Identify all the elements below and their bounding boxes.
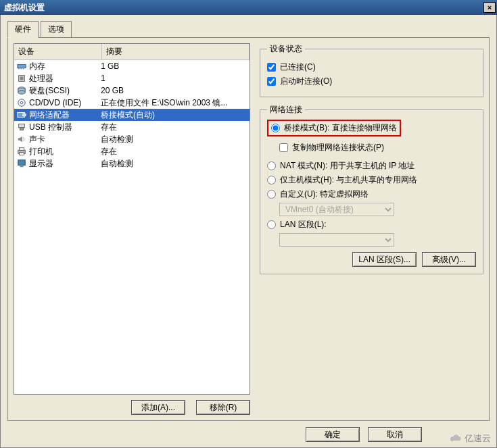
tab-hardware[interactable]: 硬件: [7, 21, 39, 38]
lanseg-radio[interactable]: LAN 区段(L):: [267, 219, 476, 230]
nat-input[interactable]: [267, 161, 276, 170]
cloud-icon: [450, 432, 462, 445]
device-status-legend: 设备状态: [267, 43, 305, 55]
bridged-input[interactable]: [271, 124, 280, 132]
titlebar: 虚拟机设置 ×: [0, 0, 497, 15]
hostonly-input[interactable]: [267, 176, 276, 184]
svg-rect-14: [20, 128, 23, 130]
close-button[interactable]: ×: [483, 2, 496, 13]
device-name: 处理器: [29, 73, 53, 84]
bridged-radio[interactable]: 桥接模式(B): 直接连接物理网络: [271, 122, 397, 134]
device-list-header: 设备 摘要: [14, 44, 250, 60]
device-name: 打印机: [29, 146, 53, 157]
custom-radio[interactable]: 自定义(U): 特定虚拟网络: [267, 189, 476, 200]
connected-label: 已连接(C): [280, 61, 316, 73]
svg-rect-17: [20, 148, 24, 151]
device-summary: 自动检测: [101, 158, 247, 170]
svg-rect-2: [20, 68, 22, 70]
row-display[interactable]: 显示器 自动检测: [14, 157, 250, 170]
svg-marker-15: [18, 136, 22, 143]
dialog-body: 硬件 选项 设备 摘要 内存 1 GB 处理器: [0, 15, 497, 448]
device-summary: 桥接模式(自动): [101, 109, 247, 121]
connect-poweron-checkbox[interactable]: 启动时连接(O): [267, 76, 476, 87]
left-column: 设备 摘要 内存 1 GB 处理器 1 硬盘(SCSI) 20 GB: [14, 43, 250, 415]
cancel-button[interactable]: 取消: [368, 427, 422, 442]
bridged-highlight: 桥接模式(B): 直接连接物理网络: [267, 120, 401, 136]
svg-rect-18: [20, 153, 24, 155]
row-cd[interactable]: CD/DVD (IDE) 正在使用文件 E:\ISO\win 2003 镜...: [14, 97, 250, 109]
device-list[interactable]: 设备 摘要 内存 1 GB 处理器 1 硬盘(SCSI) 20 GB: [14, 43, 250, 395]
svg-rect-20: [20, 166, 23, 168]
advanced-button[interactable]: 高级(V)...: [422, 252, 476, 267]
printer-icon: [17, 147, 26, 156]
cd-icon: [17, 98, 26, 107]
row-disk[interactable]: 硬盘(SCSI) 20 GB: [14, 84, 250, 97]
row-cpu[interactable]: 处理器 1: [14, 72, 250, 84]
tab-bar: 硬件 选项: [7, 20, 490, 37]
tab-panel: 设备 摘要 内存 1 GB 处理器 1 硬盘(SCSI) 20 GB: [7, 37, 490, 421]
device-summary: 1 GB: [101, 61, 247, 71]
tab-options[interactable]: 选项: [41, 21, 72, 37]
watermark: 亿速云: [444, 430, 496, 447]
display-icon: [17, 159, 26, 168]
connected-input[interactable]: [267, 63, 276, 72]
hostonly-radio[interactable]: 仅主机模式(H): 与主机共享的专用网络: [267, 174, 476, 186]
svg-rect-13: [19, 124, 25, 128]
lan-segments-button[interactable]: LAN 区段(S)...: [352, 252, 417, 267]
nat-radio[interactable]: NAT 模式(N): 用于共享主机的 IP 地址: [267, 160, 476, 172]
custom-label: 自定义(U): 特定虚拟网络: [280, 189, 369, 200]
row-usb[interactable]: USB 控制器 存在: [14, 121, 250, 133]
device-summary: 正在使用文件 E:\ISO\win 2003 镜...: [101, 97, 247, 109]
network-connection-group: 网络连接 桥接模式(B): 直接连接物理网络 复制物理网络连接状态(P) N: [260, 104, 483, 274]
nat-label: NAT 模式(N): 用于共享主机的 IP 地址: [280, 160, 415, 172]
usb-icon: [17, 122, 26, 132]
device-summary: 1: [101, 74, 247, 83]
hostonly-label: 仅主机模式(H): 与主机共享的专用网络: [280, 174, 417, 186]
row-memory[interactable]: 内存 1 GB: [14, 60, 250, 72]
replicate-input[interactable]: [279, 143, 288, 152]
network-legend: 网络连接: [267, 104, 305, 116]
device-name: 显示器: [29, 158, 53, 170]
lanseg-dropdown: [279, 233, 394, 247]
lanseg-input[interactable]: [267, 220, 276, 229]
lanseg-label: LAN 区段(L):: [280, 219, 327, 230]
custom-vmnet-dropdown: VMnet0 (自动桥接): [279, 203, 394, 216]
disk-icon: [17, 86, 26, 95]
svg-rect-0: [18, 64, 26, 68]
right-column: 设备状态 已连接(C) 启动时连接(O) 网络连接: [260, 43, 483, 415]
device-buttons: 添加(A)... 移除(R): [14, 395, 250, 415]
add-button[interactable]: 添加(A)...: [131, 400, 185, 415]
svg-point-10: [20, 101, 23, 104]
remove-button[interactable]: 移除(R): [196, 400, 250, 415]
connected-checkbox[interactable]: 已连接(C): [267, 61, 476, 73]
replicate-label: 复制物理网络连接状态(P): [292, 142, 384, 153]
svg-rect-3: [23, 68, 24, 70]
device-name: 内存: [29, 61, 45, 72]
device-summary: 存在: [101, 122, 247, 133]
custom-dropdown-row: VMnet0 (自动桥接): [279, 203, 476, 216]
device-summary: 自动检测: [101, 134, 247, 145]
ok-button[interactable]: 确定: [306, 427, 360, 442]
device-name: USB 控制器: [29, 122, 72, 133]
device-summary: 存在: [101, 146, 247, 157]
watermark-text: 亿速云: [465, 432, 491, 445]
svg-rect-5: [20, 76, 23, 80]
device-status-group: 设备状态 已连接(C) 启动时连接(O): [260, 43, 483, 97]
custom-input[interactable]: [267, 190, 276, 199]
sound-icon: [17, 134, 26, 144]
replicate-checkbox[interactable]: 复制物理网络连接状态(P): [279, 142, 476, 153]
device-name: 网络适配器: [29, 109, 70, 121]
connect-poweron-input[interactable]: [267, 77, 276, 86]
window-title: 虚拟机设置: [4, 2, 45, 14]
col-device[interactable]: 设备: [14, 44, 102, 59]
device-name: 硬盘(SCSI): [29, 85, 70, 97]
cpu-icon: [17, 74, 26, 83]
col-summary[interactable]: 摘要: [102, 44, 250, 59]
row-printer[interactable]: 打印机 存在: [14, 145, 250, 157]
connect-poweron-label: 启动时连接(O): [280, 76, 332, 87]
svg-point-8: [18, 91, 26, 94]
row-nic[interactable]: 网络适配器 桥接模式(自动): [14, 109, 250, 121]
row-sound[interactable]: 声卡 自动检测: [14, 133, 250, 145]
svg-rect-1: [18, 68, 20, 70]
network-buttons: LAN 区段(S)... 高级(V)...: [267, 252, 476, 267]
